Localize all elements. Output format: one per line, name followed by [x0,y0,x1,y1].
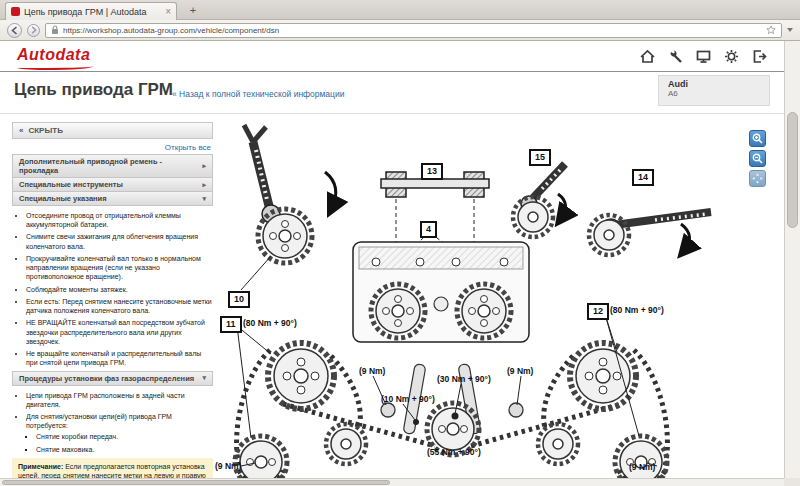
list-item: Снимите свечи зажигания для облегчения в… [26,232,213,250]
pan-arrows-icon [752,173,763,184]
torque-label: (80 Nm + 90°) [610,305,664,315]
procedure-list: Цепи привода ГРМ расположены в задней ча… [26,391,213,454]
hide-label: СКРЫТЬ [28,126,62,135]
forward-button[interactable] [27,24,40,37]
title-row: Цепь привода ГРМ « Назад к полной технич… [0,72,784,113]
browser-tab-strip: Цепь привода ГРМ | Autodata × + [0,0,800,20]
accordion-label: Процедуры установки фаз газораспределени… [19,374,194,383]
accordion-label: Специальные указания [19,194,107,203]
zoom-in-button[interactable] [749,130,766,147]
chevron-down-icon: ▾ [202,195,206,203]
home-button[interactable] [639,48,656,65]
vertical-scrollbar[interactable] [784,41,800,478]
list-item: Цепи привода ГРМ расположены в задней ча… [26,391,213,409]
url-field[interactable] [45,23,782,38]
accordion-aux-belt[interactable]: Дополнительный приводной ремень - прокла… [12,154,213,178]
zoom-controls [749,130,766,187]
zoom-out-icon [752,153,763,164]
list-item: Отсоедините провод от отрицательной клем… [26,211,213,229]
bookmark-star-icon[interactable] [766,25,776,35]
vehicle-selector[interactable]: Audi A6 [658,75,770,106]
callout-12: 12 [587,303,609,320]
logout-button[interactable] [751,48,768,65]
zoom-out-button[interactable] [749,150,766,167]
accordion-label: Специальные инструменты [19,180,123,189]
diagram-drawing [213,114,770,479]
browser-window: Цепь привода ГРМ | Autodata × + Autodata [0,0,800,486]
list-item: Снятие маховика. [36,445,213,454]
torque-label: (10 Nm + 90°) [381,394,435,404]
sidebar: « СКРЫТЬ Открыть все Дополнительный прив… [12,122,213,486]
content-area: « СКРЫТЬ Открыть все Дополнительный прив… [0,113,784,478]
settings-gear-button[interactable] [723,48,740,65]
list-item: Снятие коробки передач. [36,432,213,441]
display-button[interactable] [695,48,712,65]
tab-title: Цепь привода ГРМ | Autodata [24,7,161,17]
site-favicon-icon [11,7,20,16]
page-title: Цепь привода ГРМ [14,80,173,100]
accordion-special-notes[interactable]: Специальные указания ▾ [12,191,213,206]
torque-label: (9 Nm) [359,366,385,376]
header-toolbar [639,48,768,65]
collapse-icon: « [19,126,23,135]
torque-label: (55 Nm + 90°) [427,447,481,457]
back-to-info-link[interactable]: « Назад к полной технической информации [172,89,344,99]
back-link-chevron-icon: « [172,89,177,99]
callout-15: 15 [529,149,551,166]
horizontal-scrollbar-thumb[interactable] [2,480,390,485]
list-item: НЕ ВРАЩАЙТЕ коленчатый вал посредством з… [26,318,213,346]
app-header: Autodata [0,41,784,72]
callout-10: 10 [228,291,250,308]
accordion-timing-procedures[interactable]: Процедуры установки фаз газораспределени… [12,371,213,386]
tools-button[interactable] [667,48,684,65]
urlbar-dropdown-icon[interactable] [787,28,793,32]
tab-close-icon[interactable]: × [165,7,171,17]
torque-label: (9 Nm) [629,462,655,472]
open-all-link[interactable]: Открыть все [12,139,213,155]
sidebar-hide-button[interactable]: « СКРЫТЬ [12,122,213,139]
scrollbar-corner [784,478,800,486]
autodata-logo: Autodata [17,46,93,70]
callout-11: 11 [220,316,242,333]
list-item: Не вращайте коленчатый и распределительн… [26,349,213,367]
autodata-app: Autodata [0,41,784,478]
chevron-right-icon: ▸ [202,162,206,170]
back-link-label: Назад к полной технической информации [179,89,344,99]
list-item: Для снятия/установки цепи(ей) привода ГР… [26,412,213,454]
list-item: Если есть: Перед снятием нанесите устано… [26,297,213,315]
callout-13: 13 [421,163,443,180]
browser-tab[interactable]: Цепь привода ГРМ | Autodata × [5,2,177,20]
timing-chain-diagram: 13 15 14 4 10 11 12 (80 Nm + 90°) (80 Nm… [213,114,770,479]
zoom-in-icon [752,133,763,144]
torque-label: (80 Nm + 90°) [243,318,297,328]
chevron-right-icon: ▸ [202,181,206,189]
address-bar [0,20,800,41]
instruction-list: Отсоедините провод от отрицательной клем… [26,211,213,368]
back-button[interactable] [7,23,22,38]
lock-icon [51,25,59,35]
list-item: Прокручивайте коленчатый вал только в но… [26,254,213,282]
torque-label: (9 Nm) [215,461,241,471]
vehicle-make: Audi [668,79,760,89]
vertical-scrollbar-thumb[interactable] [787,112,798,228]
new-tab-button[interactable]: + [184,4,202,18]
back-arrow-icon [10,26,19,35]
sub-list: Снятие коробки передач. Снятие маховика. [36,432,213,453]
pan-button[interactable] [749,170,766,187]
torque-label: (9 Nm) [507,366,533,376]
list-item: Соблюдайте моменты затяжек. [26,285,213,294]
url-input[interactable] [63,24,762,37]
accordion-special-tools[interactable]: Специальные инструменты ▸ [12,177,213,192]
note-label: Примечание: [18,463,63,470]
callout-14: 14 [632,169,654,186]
accordion-label: Дополнительный приводной ремень - прокла… [19,157,198,175]
forward-arrow-icon [30,26,38,34]
vehicle-model: A6 [668,89,760,98]
chevron-down-icon: ▾ [202,374,206,382]
torque-label: (30 Nm + 90°) [437,374,491,384]
horizontal-scrollbar[interactable] [0,478,784,486]
callout-4: 4 [420,221,437,238]
